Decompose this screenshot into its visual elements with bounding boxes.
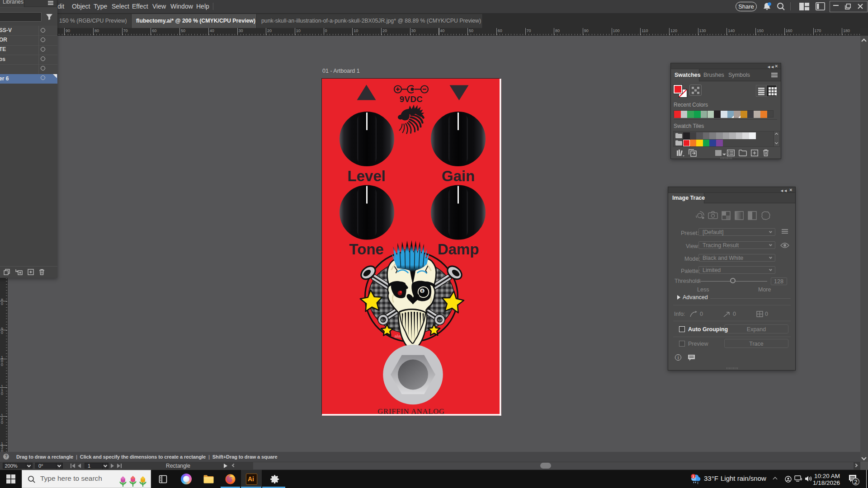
- svg-text:Tone: Tone: [349, 241, 383, 258]
- svg-text:2: 2: [854, 479, 858, 485]
- svg-text:GRIFFIN ANALOG: GRIFFIN ANALOG: [377, 407, 444, 415]
- svg-text:9VDC: 9VDC: [400, 94, 423, 104]
- svg-text:8: 8: [421, 288, 424, 293]
- svg-text:Level: Level: [347, 168, 385, 184]
- svg-text:Damp: Damp: [438, 241, 479, 258]
- svg-text:1: 1: [692, 474, 694, 478]
- svg-text:Gain: Gain: [442, 168, 475, 184]
